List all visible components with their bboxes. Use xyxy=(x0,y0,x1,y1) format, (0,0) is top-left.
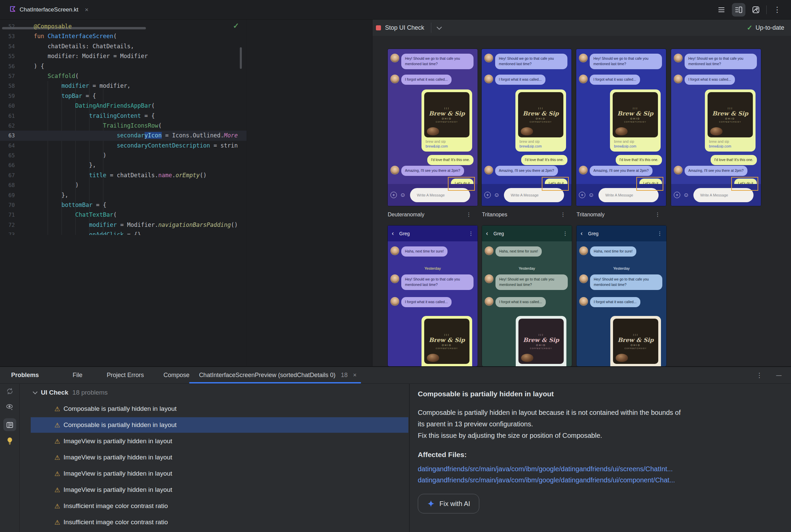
back-icon[interactable]: ‹ xyxy=(486,230,488,237)
card-link[interactable]: brew&sip.com xyxy=(613,144,658,148)
code-line[interactable]: 67 title = chatDetails.name.orEmpty() xyxy=(0,170,246,180)
brew-image: ≀≀≀Brew & SipOHIDCOFFEETCHSIDY xyxy=(613,319,658,364)
tab-preview[interactable]: ChatInterfaceScreenPreview (sortedChatDe… xyxy=(199,367,357,383)
code-line[interactable]: 73 onAddClick = {} xyxy=(0,230,246,235)
preview-menu-icon[interactable]: ⋮ xyxy=(655,211,666,218)
preview-phone-row1[interactable]: Hey! Should we go to that cafe you menti… xyxy=(671,49,761,206)
card-link[interactable]: brew&sip.com xyxy=(424,144,470,148)
design-view-icon[interactable] xyxy=(751,5,761,15)
preview-phone-row1[interactable]: Hey! Should we go to that cafe you menti… xyxy=(482,49,571,206)
preview-menu-icon[interactable]: ⋮ xyxy=(560,211,572,218)
chat-menu-icon[interactable]: ⋮ xyxy=(563,231,568,236)
message-bubble: I'd love that! It's this one. xyxy=(521,155,567,165)
problem-item[interactable]: ⚠Insufficient text color contrast ratio xyxy=(20,530,409,532)
preview-phone-row1[interactable]: Hey! Should we go to that cafe you menti… xyxy=(576,49,666,206)
code-line[interactable]: 60 DatingAndFriendsAppBar( xyxy=(0,101,246,111)
brew-subtitle: OHID xyxy=(630,117,640,120)
preview-phone-row2[interactable]: ‹Greg⋮Haha, next time for sure!Yesterday… xyxy=(576,226,666,366)
panel-options-icon[interactable]: ⋮ xyxy=(756,371,762,379)
code-line[interactable]: 65 ) xyxy=(0,151,246,160)
problems-group-header[interactable]: UI Check18 problems xyxy=(20,384,409,401)
problem-item[interactable]: ⚠Composable is partially hidden in layou… xyxy=(20,401,409,417)
add-icon[interactable]: + xyxy=(674,192,680,198)
problem-item[interactable]: ⚠ImageView is partially hidden in layout xyxy=(20,466,409,482)
message-bubble: I'd love that! It's this one. xyxy=(711,155,757,165)
tab-file[interactable]: File xyxy=(73,372,82,379)
tab-close-icon[interactable]: × xyxy=(85,6,89,14)
code-line[interactable]: 72 modifier = Modifier.navigationBarsPad… xyxy=(0,220,246,230)
line-number: 64 xyxy=(0,141,19,151)
refresh-icon[interactable] xyxy=(6,387,14,395)
stop-ui-check-button[interactable]: Stop UI Check xyxy=(385,24,424,32)
preview-filter-icon[interactable] xyxy=(5,403,14,412)
brew-image: ≀≀≀Brew & SipOHIDCOFFEETCHSIDY xyxy=(424,92,470,137)
tab-compose[interactable]: Compose xyxy=(164,372,189,379)
preview-phone-row1[interactable]: Hey! Should we go to that cafe you menti… xyxy=(388,49,478,206)
code-line[interactable]: 62 TrailingIconsRow( xyxy=(0,121,246,131)
tab-close-icon[interactable]: × xyxy=(353,372,357,379)
affected-file-link[interactable]: datingandfriends/src/main/java/com/ibm/g… xyxy=(418,463,783,475)
code-line[interactable]: 63 secondaryIcon = Icons.Outlined.More xyxy=(0,131,246,140)
lightbulb-icon[interactable] xyxy=(5,436,14,445)
code-text: secondaryIcon = Icons.Outlined.More xyxy=(19,131,238,140)
chevron-down-icon[interactable] xyxy=(437,24,442,30)
affected-file-link[interactable]: datingandfriends/src/main/java/com/ibm/g… xyxy=(418,475,783,486)
emoji-icon[interactable]: ☺ xyxy=(400,192,406,198)
check-icon: ✓ xyxy=(747,24,753,32)
stop-icon[interactable] xyxy=(376,25,381,31)
tab-project-errors[interactable]: Project Errors xyxy=(107,372,144,379)
code-line[interactable]: 54 chatDetails: ChatDetails, xyxy=(0,41,246,51)
code-line[interactable]: 64 secondaryContentDescription = strin xyxy=(0,141,246,151)
editor-tab-active[interactable]: ChatInterfaceScreen.kt × xyxy=(0,0,93,19)
chat-menu-icon[interactable]: ⋮ xyxy=(468,231,474,236)
problem-item[interactable]: ⚠ImageView is partially hidden in layout xyxy=(20,433,409,449)
problems-tab-bar: ProblemsFileProject ErrorsCompose ChatIn… xyxy=(0,367,791,384)
ui-check-highlight-box xyxy=(448,177,475,191)
code-line[interactable]: 56) { xyxy=(0,61,246,71)
code-line[interactable]: 55 modifier: Modifier = Modifier xyxy=(0,51,246,61)
add-icon[interactable]: + xyxy=(579,192,585,198)
add-icon[interactable]: + xyxy=(484,192,491,198)
emoji-icon[interactable]: ☺ xyxy=(683,192,689,198)
contact-name: Greg xyxy=(494,231,504,236)
emoji-icon[interactable]: ☺ xyxy=(494,192,499,198)
problem-item[interactable]: ⚠Composable is partially hidden in layou… xyxy=(20,417,409,433)
emoji-icon[interactable]: ☺ xyxy=(588,192,594,198)
code-line[interactable]: 52@Composable xyxy=(0,22,246,32)
chat-menu-icon[interactable]: ⋮ xyxy=(657,231,662,236)
more-options-icon[interactable]: ⋮ xyxy=(772,5,782,15)
preview-phone-row2[interactable]: ‹Greg⋮Haha, next time for sure!Yesterday… xyxy=(482,226,572,366)
code-text: DatingAndFriendsAppBar( xyxy=(19,101,155,111)
preview-phone-row2[interactable]: ‹Greg⋮Haha, next time for sure!Yesterday… xyxy=(388,226,478,366)
code-line[interactable]: 57 Scaffold( xyxy=(0,71,246,81)
list-view-icon[interactable] xyxy=(716,5,726,15)
code-line[interactable]: 59 topBar = { xyxy=(0,91,246,101)
back-icon[interactable]: ‹ xyxy=(392,230,394,237)
split-view-icon[interactable] xyxy=(732,3,746,17)
problem-item[interactable]: ⚠Insufficient image color contrast ratio xyxy=(20,514,409,530)
code-text: bottomBar = { xyxy=(19,200,106,210)
back-icon[interactable]: ‹ xyxy=(581,230,583,237)
code-line[interactable]: 66 }, xyxy=(0,160,246,170)
add-icon[interactable]: + xyxy=(390,192,397,198)
details-view-icon[interactable] xyxy=(6,421,14,429)
card-link[interactable]: brew&sip.com xyxy=(707,144,753,148)
code-line[interactable]: 68 ) xyxy=(0,180,246,190)
problem-item[interactable]: ⚠ImageView is partially hidden in layout xyxy=(20,449,409,466)
code-line[interactable]: 61 trailingContent = { xyxy=(0,111,246,121)
code-line[interactable]: 71 ChatTextBar( xyxy=(0,210,246,220)
code-line[interactable]: 58 modifier = modifier, xyxy=(0,81,246,91)
code-line[interactable]: 70 bottomBar = { xyxy=(0,200,246,210)
problem-item[interactable]: ⚠Insufficient image color contrast ratio xyxy=(20,498,409,514)
coffee-cup xyxy=(615,127,627,135)
code-editor[interactable]: 52@Composable53fun ChatInterfaceScreen(5… xyxy=(0,22,246,235)
card-link[interactable]: brew&sip.com xyxy=(518,144,563,148)
preview-menu-icon[interactable]: ⋮ xyxy=(466,211,478,218)
code-line[interactable]: 69 }, xyxy=(0,190,246,200)
problem-item[interactable]: ⚠ImageView is partially hidden in layout xyxy=(20,482,409,498)
minimize-panel-icon[interactable]: — xyxy=(776,372,781,378)
group-label: UI Check xyxy=(41,389,68,396)
tab-problems[interactable]: Problems xyxy=(11,372,39,379)
fix-with-ai-button[interactable]: Fix with AI xyxy=(418,494,479,513)
code-line[interactable]: 53fun ChatInterfaceScreen( xyxy=(0,32,246,41)
